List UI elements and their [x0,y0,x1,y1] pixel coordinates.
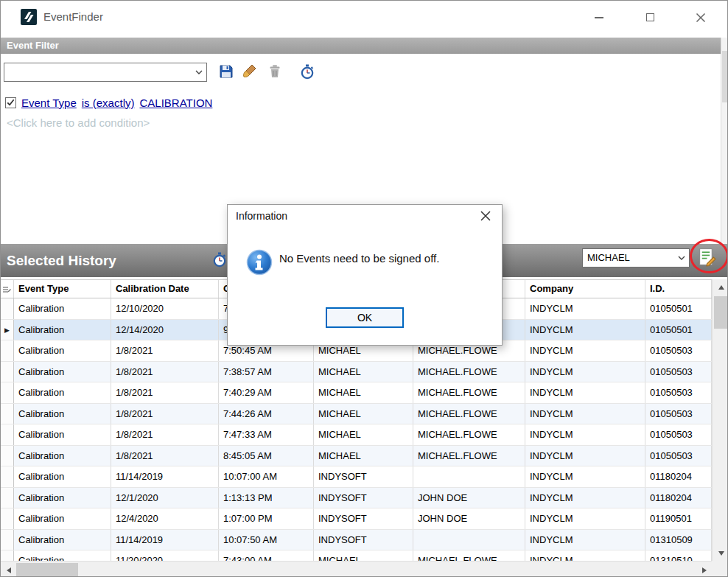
table-cell: MICHAEL [314,362,413,382]
table-row[interactable]: Calibration1/8/20217:47:33 AMMICHAELMICH… [1,424,712,446]
table-cell: Calibration [14,404,111,424]
signoff-icon [697,247,717,267]
customize-columns-icon [2,285,11,294]
table-cell: INDYSOFT [314,530,413,550]
clear-filter-icon [242,63,259,80]
column-header-id[interactable]: I.D. [645,280,712,298]
arrow-left-icon [7,567,11,573]
table-cell: 1/8/2021 [111,404,219,424]
filter-scrollbar-thumb[interactable] [722,51,728,102]
column-header-event-type[interactable]: Event Type [14,280,111,298]
chevron-down-icon[interactable] [674,249,689,267]
event-filter-header: Event Filter [1,38,721,54]
table-cell: 1/8/2021 [111,382,219,403]
table-cell: JOHN DOE [413,508,525,529]
table-cell: MICHAEL.FLOWE [413,550,525,561]
condition-operator-link[interactable]: is (exactly) [82,97,135,109]
table-cell: 10:07:50 AM [219,530,314,550]
filter-preset-combobox[interactable] [4,63,207,82]
user-combobox[interactable]: MICHAEL [582,248,690,267]
table-cell: 01050503 [645,404,712,424]
dialog-close-button[interactable] [469,205,502,227]
table-cell: Calibration [14,340,111,361]
horizontal-scrollbar-thumb[interactable] [16,563,78,577]
table-row[interactable]: Calibration12/4/20201:07:00 PMINDYSOFTJO… [1,508,712,530]
add-condition-hint[interactable]: <Click here to add condition> [7,116,150,129]
delete-icon [267,63,283,80]
table-cell: INDYCLM [525,320,645,340]
scroll-right-button[interactable] [696,562,712,577]
selected-history-title: Selected History [7,244,116,277]
table-cell: 1/8/2021 [111,424,219,445]
scroll-down-button[interactable] [713,545,728,561]
history-stopwatch-button[interactable] [211,251,228,267]
table-row[interactable]: Calibration1/8/20217:40:29 AMMICHAELMICH… [1,382,712,404]
row-indicator [1,382,14,403]
delete-filter-button[interactable] [267,63,283,80]
condition-value-link[interactable]: CALIBRATION [139,97,212,109]
table-cell: INDYCLM [525,362,645,382]
table-row[interactable]: Calibration12/1/20201:13:13 PMINDYSOFTJO… [1,488,712,509]
row-indicator [1,488,14,508]
maximize-button[interactable] [634,1,666,34]
table-cell: 7:43:00 AM [219,550,314,561]
table-cell: MICHAEL.FLOWE [413,424,525,445]
save-filter-button[interactable] [218,63,234,80]
ok-button[interactable]: OK [326,307,404,328]
vertical-scrollbar-thumb[interactable] [714,296,728,329]
table-cell: MICHAEL.FLOWE [413,404,525,424]
table-row[interactable]: Calibration1/8/20218:45:05 AMMICHAELMICH… [1,446,712,467]
table-cell: MICHAEL [314,404,413,424]
row-indicator [1,446,14,466]
horizontal-scrollbar[interactable] [1,561,712,577]
table-cell: INDYCLM [525,424,645,445]
condition-checkbox[interactable] [5,97,16,108]
table-row[interactable]: Calibration11/20/20207:43:00 AMMICHAELMI… [1,550,712,561]
table-cell: 7:40:29 AM [219,382,314,403]
arrow-right-icon [702,567,707,573]
table-cell: Calibration [14,446,111,466]
table-cell: Calibration [14,320,111,340]
grid-customize-button[interactable] [1,280,14,298]
table-cell: 7:38:57 AM [219,362,314,382]
titlebar: EventFinder [1,1,727,34]
row-indicator [1,466,14,487]
clear-filter-button[interactable] [242,63,259,80]
row-indicator [1,530,14,550]
table-row[interactable]: Calibration1/8/20217:44:26 AMMICHAELMICH… [1,404,712,425]
close-button[interactable] [685,1,717,34]
maximize-icon [646,13,654,21]
column-header-calibration-date[interactable]: Calibration Date [111,280,219,298]
table-cell: 1:07:00 PM [219,508,314,529]
table-cell [413,530,525,550]
minimize-button[interactable] [583,1,615,34]
table-row[interactable]: Calibration1/8/20217:38:57 AMMICHAELMICH… [1,362,712,383]
save-icon [218,63,234,80]
condition-field-link[interactable]: Event Type [21,97,77,109]
table-cell: INDYCLM [525,530,645,550]
chevron-down-icon[interactable] [192,63,206,81]
table-cell: 01050503 [645,382,712,403]
selected-row-marker: ▶ [1,320,14,340]
column-header-company[interactable]: Company [525,280,645,298]
vertical-scrollbar[interactable] [712,279,728,561]
app-logo-icon [21,9,37,25]
table-row[interactable]: Calibration11/14/201910:07:00 AMINDYSOFT… [1,466,712,488]
table-cell: 01050501 [645,320,712,340]
table-row[interactable]: Calibration11/14/201910:07:50 AMINDYSOFT… [1,530,712,551]
table-cell: INDYCLM [525,382,645,403]
scroll-left-button[interactable] [1,562,16,577]
table-cell: MICHAEL.FLOWE [413,382,525,403]
run-history-search-button[interactable] [299,63,315,80]
table-cell: 1:13:13 PM [219,488,314,508]
table-cell: MICHAEL.FLOWE [413,446,525,466]
table-cell: 01180204 [645,488,712,508]
row-indicator [1,424,14,445]
window-title: EventFinder [43,10,103,23]
table-cell: 11/14/2019 [111,530,219,550]
stopwatch-icon [299,63,315,80]
filter-scrollbar[interactable] [721,38,728,244]
checkmark-icon [6,97,15,108]
scroll-up-button[interactable] [713,279,728,295]
signoff-button[interactable] [697,247,717,267]
